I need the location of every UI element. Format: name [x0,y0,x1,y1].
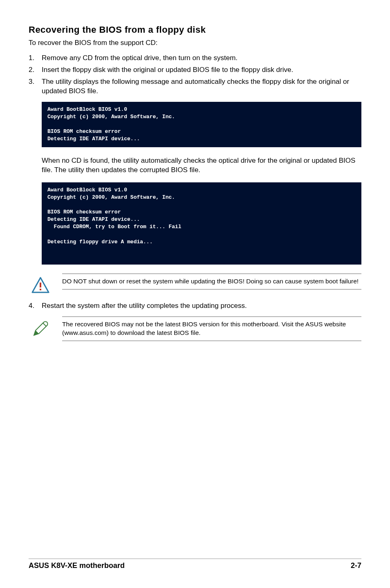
note-callout: The recovered BIOS may not be the latest… [29,316,361,341]
list-item: 1. Remove any CD from the optical drive,… [29,54,361,63]
section-heading: Recovering the BIOS from a floppy disk [29,25,361,35]
step-text: Insert the floppy disk with the original… [42,65,361,75]
step-number: 1. [29,54,42,63]
note-text: The recovered BIOS may not be the latest… [62,316,361,341]
list-item: 3. The utility displays the following me… [29,77,361,96]
page-number: 2-7 [351,561,361,570]
page-footer: ASUS K8V-XE motherboard 2-7 [29,559,361,570]
svg-line-2 [43,323,46,326]
step-text: Restart the system after the utility com… [42,301,361,311]
step-number: 3. [29,77,42,96]
steps-list-2: 4. Restart the system after the utility … [29,301,361,311]
step-text: Remove any CD from the optical drive, th… [42,54,361,63]
intro-text: To recover the BIOS from the support CD: [29,38,361,48]
warning-icon [29,274,52,293]
steps-list: 1. Remove any CD from the optical drive,… [29,54,361,96]
step-number: 2. [29,65,42,75]
step-text: The utility displays the following messa… [42,77,361,96]
warning-callout: DO NOT shut down or reset the system whi… [29,274,361,293]
terminal-output-1: Award BootBlock BIOS v1.0 Copyright (c) … [42,102,361,147]
list-item: 4. Restart the system after the utility … [29,301,361,311]
step-number: 4. [29,301,42,311]
terminal-output-2: Award BootBlock BIOS v1.0 Copyright (c) … [42,182,361,265]
svg-rect-0 [40,283,41,287]
list-item: 2. Insert the floppy disk with the origi… [29,65,361,75]
pencil-icon [29,316,52,338]
warning-text: DO NOT shut down or reset the system whi… [62,274,361,290]
footer-product: ASUS K8V-XE motherboard [29,561,125,570]
svg-rect-1 [40,289,41,290]
mid-paragraph: When no CD is found, the utility automat… [42,156,361,175]
